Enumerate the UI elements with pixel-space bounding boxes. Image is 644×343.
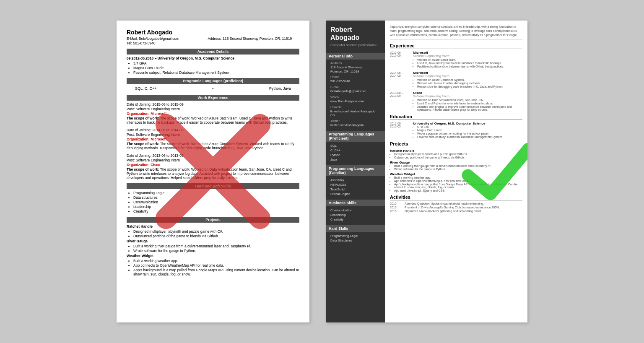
work3-org: Organization: Cisco: [127, 163, 299, 167]
lang-right: Python, Java: [269, 86, 291, 91]
exp2-body: Microsoft Software Engineering Intern Wo…: [413, 71, 522, 88]
twitter-label-r: Twitter: [330, 119, 381, 123]
academic-honors: Magna Cum Laude: [133, 66, 299, 70]
address-value-r: 118 Second StonewayPoneton, OR, 11619: [330, 65, 381, 74]
exp2-company: Microsoft: [413, 71, 522, 75]
lang-bullet: •: [212, 86, 213, 91]
edu1-b2: Magna Cum Laude: [417, 129, 522, 132]
biz-skill-2: Leadership: [330, 213, 381, 217]
exp1-body: Microsoft Software Engineering Intern Wo…: [413, 51, 522, 68]
phone-label-r: Phone: [330, 75, 381, 79]
projects-section-header: Projects: [127, 217, 299, 223]
edu1-school: University of Oregon, M.S. Computer Scie…: [413, 122, 522, 125]
proj1-b1: Designed multiplayer labyrinth and puzzl…: [133, 229, 299, 234]
biz-skill-3: Creativity: [330, 217, 381, 222]
activities-section-title: Activities: [390, 195, 522, 200]
exp1-b2: Used C, Java and Python to write interfa…: [417, 62, 522, 65]
phone-value-r: 501-872-5940: [330, 79, 381, 83]
education-section-title: Education: [390, 114, 522, 120]
act1-year: 2015: [390, 202, 405, 205]
rproj3-b3: App's background is a map pulled from Go…: [394, 183, 522, 189]
work-entry-1: Date of Joining: 2015-06 to 2015-09 Post…: [127, 102, 299, 125]
activity-2: 2016 President of C++'s Arcangel's Gamin…: [390, 206, 522, 209]
exp1-role: Software Engineering Intern: [413, 55, 522, 57]
lang-fam-4: Unreal Engine: [330, 192, 381, 196]
skills-list: Programming Logic Data structures Commun…: [127, 191, 299, 213]
lang-fam-1: Assembly: [330, 178, 381, 182]
work-entry-3: Date of Joining: 2013-06 to 2013-09 Post…: [127, 153, 299, 180]
rproj2-name: River Gauge: [390, 161, 522, 164]
exp-entry-3: 2013-08 –2013-09 Cisco Software Engineer…: [390, 91, 522, 112]
proj2-name: River Gauge: [127, 239, 299, 243]
proj3-b1: Built a working weather app.: [133, 259, 299, 263]
exp3-body: Cisco Software Engineering Intern Worked…: [413, 91, 522, 112]
work1-org: Organization: Microsoft: [127, 112, 299, 116]
exp1-date: 2015-06 –2015-09: [390, 51, 413, 68]
edu1-b4: Favorite area of study: Relational Datab…: [417, 135, 522, 138]
personal-info-header: Personal Info: [326, 53, 385, 60]
prog-proficient-header: Programming Languages (Proficient): [326, 131, 385, 142]
rproj3-b1: Built a working weather app.: [394, 176, 522, 179]
rproj3-name: Weather Widget: [390, 172, 522, 176]
proj1-b2: Outsourced portions of the game to frien…: [133, 234, 299, 238]
exp3-date: 2013-08 –2013-09: [390, 91, 413, 112]
exp1-company: Microsoft: [413, 51, 522, 55]
tel-value: 501-872-5940: [133, 41, 156, 45]
work-entry-2: Date of Joining: 2014-06 to 2014-09 Post…: [127, 128, 299, 150]
lang-prof-4: Java: [330, 157, 381, 162]
academic-subject: Favourite subject: Relational Database M…: [133, 70, 299, 75]
rproj-1: Ratchet Handle Designed multiplayer laby…: [390, 149, 522, 159]
business-skills-header: Business Skills: [326, 200, 385, 206]
right-main-content: Inquisitive, energetic computer science …: [385, 21, 527, 322]
work2-scope: The scope of work: The scope of work: Wo…: [127, 142, 299, 150]
edu1-body: University of Oregon, M.S. Computer Scie…: [413, 122, 522, 139]
biz-skill-1: Communication: [330, 208, 381, 213]
act3-text: Organized a local hacker's gathering and…: [405, 210, 482, 213]
email-label-r: E-mail: [330, 85, 381, 89]
proj3-b2: App connects to OpenWeatherMap API for r…: [133, 263, 299, 268]
rproj-2: River Gauge Built a working river gauge …: [390, 161, 522, 171]
work1-dates: Date of Joining: 2015-06 to 2015-09: [127, 102, 299, 107]
exp3-b3: Assisted with project to improve communi…: [417, 105, 522, 111]
work1-post: Post: Software Engineering Intern: [127, 107, 299, 111]
left-resume-name: Robert Abogado: [127, 29, 299, 36]
email-label: E-Mail:: [127, 36, 138, 41]
address-value: 118 Second Stoneway Poneton, OR, 11619: [223, 36, 292, 41]
work2-org: Organization: Microsoft: [127, 137, 299, 141]
project-3: Weather Widget Built a working weather a…: [127, 254, 299, 276]
rproj1-b1: Designed multiplayer labyrinth and puzzl…: [394, 153, 522, 156]
rproj2-b2: Wrote software for the gauge in Python.: [394, 168, 522, 171]
work3-scope: The scope of work: The scope of work: Wo…: [127, 167, 299, 180]
act1-text: Attended Qualckon. Spoke on panel about …: [405, 202, 484, 205]
exp3-role: Software Engineering Intern: [413, 95, 522, 98]
twitter-value-r: twitter.com/bobabogado: [330, 123, 381, 127]
work-section-header: Work Experience: [127, 95, 299, 101]
rproj-3: Weather Widget Built a working weather a…: [390, 172, 522, 192]
proj2-b1: Built a working river gauge from a culve…: [133, 244, 299, 248]
project-2: River Gauge Built a working river gauge …: [127, 239, 299, 253]
tel-label: Tel:: [127, 41, 132, 45]
summary-text: Inquisitive, energetic computer science …: [390, 25, 522, 40]
lang-left: SQL, C, C++: [135, 86, 157, 91]
academic-school: University of Oregon, M.S. Computer Scie…: [158, 56, 234, 60]
academic-dates: 09.2012-05.2016 –: [127, 56, 156, 60]
act2-text: President of C++'s Arcangel's Gaming Clu…: [405, 206, 500, 209]
skill-4: Leadership: [133, 205, 299, 209]
hard-skill-1: Programming Logic: [330, 234, 381, 238]
prog-familiar-header: Programming Languages (Familiar): [326, 165, 385, 176]
edu1-b1: GPA 3.97: [417, 125, 522, 128]
lang-prof-1: SQL: [330, 143, 381, 148]
proj3-b3: App's background is a map pulled from Go…: [133, 268, 299, 276]
exp1-b1: Worked on Azure Batch team.: [417, 58, 522, 61]
exp3-company: Cisco: [413, 91, 522, 95]
left-contact-email: E-Mail: BobAbogado@gmail.com Address: 11…: [127, 36, 299, 41]
proj3-name: Weather Widget: [127, 254, 299, 258]
skill-5: Creativity: [133, 209, 299, 213]
lang-fam-2: HTML/CSS: [330, 182, 381, 187]
work2-dates: Date of Joining: 2014-06 to 2014-09: [127, 128, 299, 132]
linkedin-label-r: LinkedIn: [330, 105, 381, 109]
right-resume: RobertAbogado Computer science professio…: [326, 21, 527, 322]
project-1: Ratchet Handle Designed multiplayer laby…: [127, 224, 299, 238]
email-value: BobAbogado@gmail.com: [139, 36, 179, 41]
act2-year: 2016: [390, 206, 405, 209]
